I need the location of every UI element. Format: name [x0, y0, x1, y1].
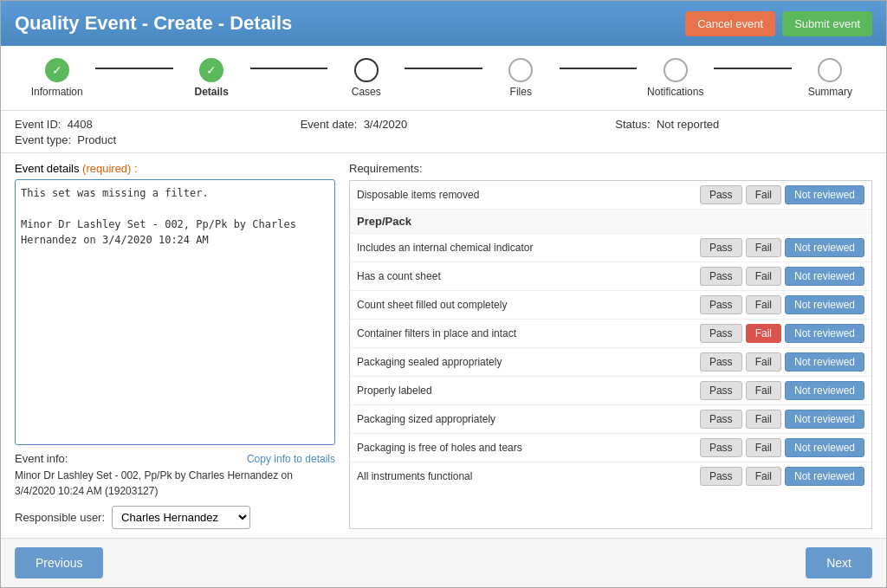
event-id-label: Event ID:	[15, 118, 61, 131]
btn-pass-disposable[interactable]: Pass	[700, 185, 742, 204]
btn-not-reviewed-packaging-holes[interactable]: Not reviewed	[785, 438, 864, 457]
req-row-packaging-sized: Packaging sized appropriately Pass Fail …	[350, 405, 871, 434]
cancel-event-button[interactable]: Cancel event	[685, 11, 775, 36]
btn-fail-properly-labeled[interactable]: Fail	[746, 381, 781, 400]
next-button[interactable]: Next	[806, 547, 872, 578]
event-details-label-text: Event details	[15, 162, 79, 175]
btn-not-reviewed-count-sheet[interactable]: Not reviewed	[785, 267, 864, 286]
btn-pass-instruments[interactable]: Pass	[700, 467, 742, 486]
event-info-text: Minor Dr Lashley Set - 002, Pp/Pk by Cha…	[15, 468, 335, 499]
btn-fail-count-filled[interactable]: Fail	[746, 295, 781, 314]
event-status: Status: Not reported	[615, 118, 719, 131]
req-row-packaging-sealed: Packaging sealed appropriately Pass Fail…	[350, 348, 871, 377]
previous-button[interactable]: Previous	[15, 547, 103, 578]
responsible-user-label: Responsible user:	[15, 511, 105, 524]
req-name-packaging-sealed: Packaging sealed appropriately	[357, 356, 700, 368]
req-name-properly-labeled: Properly labeled	[357, 384, 700, 397]
btn-not-reviewed-disposable[interactable]: Not reviewed	[785, 185, 864, 204]
req-buttons-properly-labeled: Pass Fail Not reviewed	[700, 381, 864, 400]
req-row-packaging-holes: Packaging is free of holes and tears Pas…	[350, 434, 871, 462]
btn-pass-container-filters[interactable]: Pass	[700, 324, 742, 343]
step-circle-details	[199, 58, 223, 82]
req-buttons-packaging-sized: Pass Fail Not reviewed	[700, 410, 864, 429]
submit-event-button[interactable]: Submit event	[782, 11, 872, 36]
btn-pass-packaging-sized[interactable]: Pass	[700, 410, 742, 429]
main-content: Event details (required) : This set was …	[1, 153, 886, 538]
btn-pass-properly-labeled[interactable]: Pass	[700, 381, 742, 400]
req-row-count-sheet: Has a count sheet Pass Fail Not reviewed	[350, 262, 871, 291]
step-details[interactable]: Details	[173, 58, 250, 98]
req-name-instruments: All instruments functional	[357, 470, 700, 482]
event-date-value: 3/4/2020	[364, 118, 408, 131]
btn-not-reviewed-container-filters[interactable]: Not reviewed	[785, 324, 864, 343]
btn-not-reviewed-properly-labeled[interactable]: Not reviewed	[785, 381, 864, 400]
connector-3	[405, 68, 482, 69]
btn-fail-packaging-sealed[interactable]: Fail	[746, 352, 781, 372]
step-label-cases: Cases	[352, 86, 381, 98]
connector-5	[714, 68, 791, 69]
header: Quality Event - Create - Details Cancel …	[1, 1, 886, 46]
event-info-header: Event info: Copy info to details	[15, 452, 335, 465]
req-buttons-chemical: Pass Fail Not reviewed	[700, 238, 864, 257]
btn-fail-count-sheet[interactable]: Fail	[746, 267, 781, 286]
event-type: Event type: Product	[15, 133, 116, 146]
step-circle-files	[508, 58, 533, 82]
event-id-value: 4408	[68, 118, 93, 131]
req-buttons-packaging-sealed: Pass Fail Not reviewed	[700, 352, 864, 372]
checkmark-icon	[52, 63, 62, 77]
btn-pass-count-sheet[interactable]: Pass	[700, 267, 742, 286]
btn-not-reviewed-packaging-sealed[interactable]: Not reviewed	[785, 352, 864, 372]
requirements-label: Requirements:	[349, 162, 872, 175]
btn-fail-packaging-holes[interactable]: Fail	[746, 438, 781, 457]
event-type-value: Product	[77, 133, 116, 146]
btn-fail-disposable[interactable]: Fail	[746, 185, 781, 204]
step-label-notifications: Notifications	[647, 86, 703, 98]
btn-not-reviewed-packaging-sized[interactable]: Not reviewed	[785, 410, 864, 429]
responsible-user-select[interactable]: Charles Hernandez	[112, 506, 250, 529]
responsible-user-row: Responsible user: Charles Hernandez	[15, 506, 335, 529]
event-type-label: Event type:	[15, 133, 71, 146]
copy-info-link[interactable]: Copy info to details	[247, 453, 335, 465]
status-label: Status:	[615, 118, 650, 131]
req-name-packaging-holes: Packaging is free of holes and tears	[357, 442, 700, 454]
btn-not-reviewed-count-filled[interactable]: Not reviewed	[785, 295, 864, 314]
event-details-textarea[interactable]: This set was missing a filter. Minor Dr …	[15, 179, 335, 445]
btn-fail-chemical[interactable]: Fail	[746, 238, 781, 257]
req-name-count-filled: Count sheet filled out completely	[357, 299, 700, 311]
btn-fail-instruments[interactable]: Fail	[746, 467, 781, 486]
req-buttons-container-filters: Pass Fail Not reviewed	[700, 324, 864, 343]
step-circle-cases	[354, 58, 379, 82]
event-date-label: Event date:	[301, 118, 358, 131]
step-files[interactable]: Files	[482, 58, 560, 98]
btn-pass-count-filled[interactable]: Pass	[700, 295, 742, 314]
step-cases[interactable]: Cases	[327, 58, 405, 98]
btn-pass-chemical[interactable]: Pass	[700, 238, 742, 257]
btn-fail-container-filters[interactable]: Fail	[746, 324, 781, 343]
requirements-table: Disposable items removed Pass Fail Not r…	[349, 180, 872, 529]
btn-not-reviewed-instruments[interactable]: Not reviewed	[785, 467, 864, 486]
step-circle-information	[45, 58, 69, 82]
event-metadata: Event ID: 4408 Event date: 3/4/2020 Stat…	[1, 111, 886, 153]
event-details-section-label: Event details (required) :	[15, 162, 335, 175]
btn-pass-packaging-sealed[interactable]: Pass	[700, 352, 742, 372]
btn-fail-packaging-sized[interactable]: Fail	[746, 410, 781, 429]
req-row-container-filters: Container filters in place and intact Pa…	[350, 320, 871, 348]
req-name-packaging-sized: Packaging sized appropriately	[357, 413, 700, 425]
step-circle-summary	[818, 58, 842, 82]
btn-not-reviewed-chemical[interactable]: Not reviewed	[785, 238, 864, 257]
right-panel: Requirements: Disposable items removed P…	[349, 162, 872, 529]
req-section-prep-pack: Prep/Pack	[350, 210, 871, 234]
req-buttons-packaging-holes: Pass Fail Not reviewed	[700, 438, 864, 457]
step-information[interactable]: Information	[18, 58, 95, 98]
connector-2	[250, 68, 327, 69]
req-buttons-count-sheet: Pass Fail Not reviewed	[700, 267, 864, 286]
btn-pass-packaging-holes[interactable]: Pass	[700, 438, 742, 457]
req-buttons-disposable: Pass Fail Not reviewed	[700, 185, 864, 204]
status-value: Not reported	[657, 118, 719, 131]
step-notifications[interactable]: Notifications	[637, 58, 714, 98]
step-summary[interactable]: Summary	[792, 58, 869, 98]
event-meta-row-2: Event type: Product	[15, 133, 872, 146]
page-title: Quality Event - Create - Details	[15, 12, 292, 35]
event-info-section: Event info: Copy info to details Minor D…	[15, 452, 335, 499]
req-row-chemical: Includes an internal chemical indicator …	[350, 234, 871, 262]
